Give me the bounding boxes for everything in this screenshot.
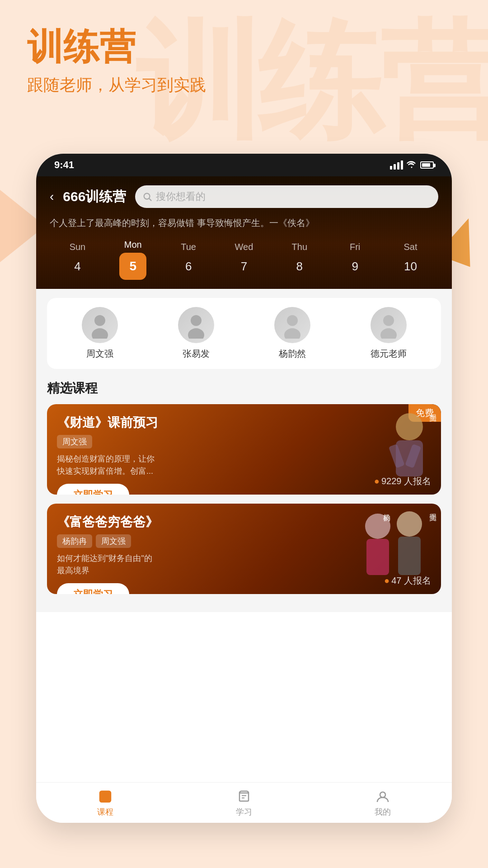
svg-rect-21: [102, 797, 104, 800]
course-desc-1: 如何才能达到"财务自由"的最高境界: [57, 552, 183, 577]
search-placeholder: 搜你想看的: [156, 190, 206, 203]
cal-day-wed[interactable]: Wed 7: [228, 242, 260, 278]
course-tag: 周文强: [57, 435, 92, 448]
tab-profile-label: 我的: [375, 807, 391, 817]
cal-day-num: 6: [177, 255, 200, 278]
cal-day-sat[interactable]: Sat 10: [394, 242, 426, 278]
svg-point-6: [287, 315, 298, 326]
course-card-content-1: 《富爸爸穷爸爸》 杨韵冉 周文强 如何才能达到"财务自由"的最高境界 立即学习: [57, 514, 431, 594]
cal-day-num: 5: [119, 253, 146, 280]
course-card-1[interactable]: 《富爸爸穷爸爸》 杨韵冉 周文强 如何才能达到"财务自由"的最高境界 立即学习: [47, 504, 441, 594]
nav-row: ‹ 666训练营 搜你想看的: [50, 185, 438, 208]
avatar-placeholder: [178, 307, 214, 343]
svg-line-1: [150, 198, 152, 201]
phone-dark-header: ‹ 666训练营 搜你想看的 个人登上了最高峰的时刻，容易做错 事导致悔恨产生。…: [36, 176, 452, 289]
course-tag-a: 杨韵冉: [57, 534, 92, 548]
cal-day-fri[interactable]: Fri 9: [339, 242, 371, 278]
calendar-row: Sun 4 Mon 5 Tue 6 Wed 7 Thu 8 Fri 9: [50, 240, 438, 289]
study-icon: [236, 788, 252, 805]
teacher-name-0: 周文强: [86, 348, 113, 360]
tab-course-label: 课程: [97, 807, 113, 817]
cal-day-name: Sat: [404, 242, 417, 252]
cal-day-num: 8: [288, 255, 311, 278]
course-icon: [97, 788, 113, 805]
signal-icon: [390, 160, 403, 170]
cal-day-num: 10: [399, 255, 422, 278]
quote-text: 个人登上了最高峰的时刻，容易做错 事导致悔恨产生。一《佚名》: [50, 215, 438, 231]
status-time: 9:41: [54, 159, 74, 171]
teacher-name-3: 德元老师: [371, 348, 407, 360]
page-title: 训练营: [27, 27, 206, 67]
search-icon: [142, 192, 152, 202]
svg-rect-19: [102, 793, 104, 796]
tab-profile[interactable]: 我的: [375, 788, 391, 817]
cal-day-num: 9: [344, 255, 366, 278]
teachers-row: 周文强 张易发: [47, 298, 441, 369]
profile-icon: [375, 788, 391, 805]
teacher-avatar-3: [371, 307, 407, 343]
course-card-content: 《财道》课前预习 周文强 揭秘创造财富的原理，让你快速实现财富倍增。创富... …: [57, 414, 431, 495]
screen-title: 666训练营: [63, 188, 126, 206]
svg-point-3: [92, 328, 108, 339]
back-button[interactable]: ‹: [50, 189, 54, 204]
cal-day-name: Wed: [235, 242, 253, 252]
svg-point-25: [380, 792, 385, 797]
svg-point-5: [188, 328, 204, 339]
svg-point-9: [380, 328, 397, 339]
course-card-inner: 《财道》课前预习 周文强 揭秘创造财富的原理，让你快速实现财富倍增。创富... …: [47, 404, 441, 495]
tab-study[interactable]: 学习: [236, 788, 252, 817]
status-bar: 9:41: [36, 154, 452, 176]
svg-point-2: [94, 315, 105, 326]
course-title-0: 《财道》课前预习: [57, 414, 431, 431]
teacher-avatar-0: [82, 307, 118, 343]
teacher-item-2[interactable]: 杨韵然: [274, 307, 310, 360]
svg-rect-18: [100, 791, 111, 802]
svg-rect-22: [106, 797, 108, 800]
course-tag-b: 周文强: [96, 534, 131, 548]
course-cta-0[interactable]: 立即学习: [57, 484, 129, 495]
course-tags-0: 周文强: [57, 435, 431, 448]
cal-day-sun[interactable]: Sun 4: [61, 242, 93, 278]
teacher-name-1: 张易发: [183, 348, 210, 360]
course-card-inner-1: 《富爸爸穷爸爸》 杨韵冉 周文强 如何才能达到"财务自由"的最高境界 立即学习: [47, 504, 441, 594]
course-card-0[interactable]: 《财道》课前预习 周文强 揭秘创造财富的原理，让你快速实现财富倍增。创富... …: [47, 404, 441, 495]
tab-study-label: 学习: [236, 807, 252, 817]
avatar-placeholder: [82, 307, 118, 343]
teacher-item-1[interactable]: 张易发: [178, 307, 214, 360]
cal-day-name: Thu: [292, 242, 307, 252]
avatar-placeholder: [371, 307, 407, 343]
wifi-icon: [407, 160, 417, 170]
cal-day-thu[interactable]: Thu 8: [284, 242, 315, 278]
svg-point-7: [284, 328, 300, 339]
course-title-1: 《富爸爸穷爸爸》: [57, 514, 431, 531]
tab-course[interactable]: 课程: [97, 788, 113, 817]
course-cta-1[interactable]: 立即学习: [57, 583, 129, 594]
cal-day-name: Fri: [350, 242, 360, 252]
selected-courses-title: 精选课程: [47, 380, 441, 397]
teacher-item-3[interactable]: 德元老师: [371, 307, 407, 360]
cal-day-tue[interactable]: Tue 6: [173, 242, 204, 278]
search-bar[interactable]: 搜你想看的: [135, 185, 438, 208]
cal-day-num: 7: [233, 255, 255, 278]
page-subtitle: 跟随老师，从学习到实践: [27, 74, 206, 96]
cal-day-num: 4: [66, 255, 89, 278]
teacher-name-2: 杨韵然: [279, 348, 306, 360]
avatar-placeholder: [274, 307, 310, 343]
page-header: 训练营 跟随老师，从学习到实践: [27, 27, 206, 96]
cal-day-name: Tue: [181, 242, 196, 252]
svg-point-0: [144, 193, 150, 199]
course-tags-1: 杨韵冉 周文强: [57, 534, 431, 548]
phone-mockup: 9:41 ‹ 666训练营: [36, 154, 452, 823]
battery-icon: [420, 161, 434, 169]
cal-day-name: Sun: [70, 242, 86, 252]
phone-white-body: 周文强 张易发: [36, 289, 452, 612]
teacher-avatar-2: [274, 307, 310, 343]
svg-point-4: [191, 315, 202, 326]
cal-day-mon-active[interactable]: Mon 5: [117, 240, 149, 280]
svg-rect-20: [106, 793, 108, 796]
teacher-avatar-1: [178, 307, 214, 343]
teacher-item-0[interactable]: 周文强: [82, 307, 118, 360]
status-icons: [390, 160, 434, 170]
svg-point-8: [383, 315, 394, 326]
bottom-tab-bar: 课程 学习 我的: [36, 782, 452, 823]
